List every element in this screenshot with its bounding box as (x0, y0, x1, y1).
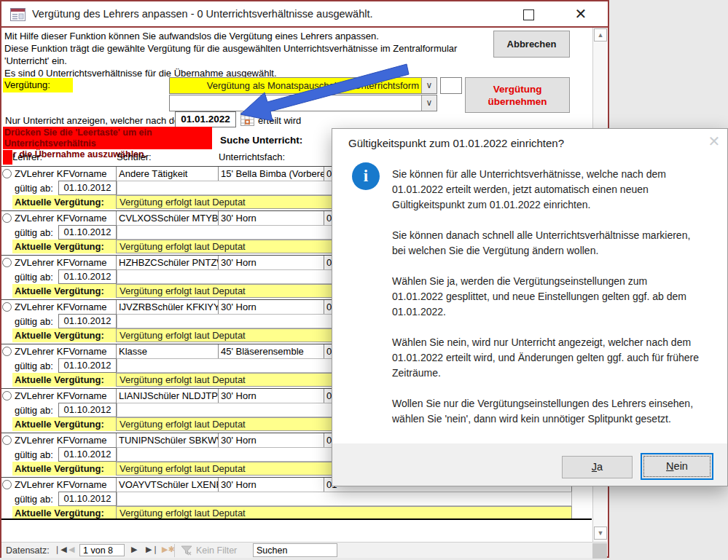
dialog-paragraph: Wählen Sie ja, werden die Vergütungseins… (392, 274, 701, 320)
suche-unterricht-label: Suche Unterricht: (220, 135, 302, 146)
cell-schueler: CVLXOSSchüler MTYBN (117, 211, 219, 226)
record-select-radio[interactable] (2, 302, 12, 312)
chevron-down-icon[interactable]: ∨ (421, 78, 437, 93)
abbrechen-button[interactable]: Abbrechen (493, 31, 570, 58)
gueltig-ab-label: gültig ab: (15, 405, 53, 416)
chevron-down-icon[interactable]: ∨ (421, 95, 437, 111)
navigator-divider (174, 544, 175, 557)
cell-schueler: LIANIJSchüler NLDJTPV (117, 389, 219, 403)
aktuelle-verguetung-label: Aktuelle Vergütung: (12, 328, 116, 342)
ja-button-label: Ja (563, 457, 632, 478)
nein-button[interactable]: Nein (641, 453, 713, 480)
warning-line: Drücken Sie die 'Leertaste' um ein Unter… (4, 127, 211, 149)
cell-lehrer: ZVLehrer KFVorname (12, 211, 117, 226)
next-record-icon[interactable]: ▶ (131, 545, 137, 554)
cell-unterrichtsfach: 15' Bella Bimba (Vorbere (219, 167, 324, 181)
intro-text: Diese Funktion trägt die gewählte Vergüt… (4, 43, 457, 54)
table-end-divider (1, 518, 592, 520)
scroll-up-icon[interactable]: ▲ (594, 28, 607, 42)
gueltig-ab-date-field[interactable]: 01.10.2012 (58, 225, 117, 240)
dialog-paragraph: Sie können danach schnell alle Unterrich… (392, 228, 701, 259)
intro-text: 'Unterricht' ein. (4, 55, 67, 66)
filter-date-label: Nur Unterricht anzeigen, welcher nach de… (5, 115, 187, 126)
gueltig-ab-date-field[interactable]: 01.10.2012 (58, 403, 117, 417)
cell-schueler: VOAYVTSchüler LXENF (117, 478, 219, 492)
cell-unterrichtsfach: 30' Horn (219, 478, 324, 492)
aktuelle-verguetung-label: Aktuelle Vergütung: (12, 284, 116, 298)
blue-annotation-arrow (219, 58, 423, 131)
gueltig-ab-row: gültig ab:01.10.2012 (1, 492, 592, 506)
aktuelle-verguetung-label: Aktuelle Vergütung: (12, 417, 116, 431)
search-input[interactable]: Suchen (253, 543, 337, 557)
aktuelle-verguetung-label: Aktuelle Vergütung: (12, 462, 116, 476)
last-record-icon[interactable]: ▶❘ (146, 545, 159, 554)
gueltig-ab-label: gültig ab: (15, 316, 53, 327)
aktuelle-verguetung-label: Aktuelle Vergütung: (12, 373, 116, 387)
cell-unterrichtsfach: 30' Horn (219, 300, 324, 315)
gueltig-ab-date-field[interactable]: 01.10.2012 (58, 492, 117, 506)
cell-unterrichtsfach: 30' Horn (219, 256, 324, 270)
form-icon (10, 8, 26, 21)
cell-schueler: Klasse (117, 344, 219, 359)
close-button[interactable]: ✕ (571, 4, 590, 23)
column-header-schueler: Schüler: (117, 151, 152, 162)
dialog-footer: Ja Nein (332, 443, 727, 486)
gueltig-ab-label: gültig ab: (15, 449, 53, 460)
cell-schueler: Andere Tätigkeit (117, 167, 219, 181)
cell-unterrichtsfach: 30' Horn (219, 433, 324, 448)
gueltig-ab-date-field[interactable]: 01.10.2012 (58, 314, 117, 328)
gueltigkeitspunkt-dialog: Gültigkeitspunkt zum 01.01.2022 einricht… (332, 128, 728, 486)
record-select-radio[interactable] (2, 391, 12, 401)
cell-lehrer: ZVLehrer KFVorname (12, 389, 117, 403)
record-select-radio[interactable] (2, 347, 12, 356)
record-position-field[interactable]: 1 von 8 (79, 544, 125, 556)
cell-schueler: TUNIPNSchüler SBKWV (117, 433, 219, 448)
filter-icon (181, 545, 192, 556)
gueltig-ab-date-field[interactable]: 01.10.2012 (58, 269, 117, 284)
red-marker-cell (3, 150, 12, 165)
ja-button[interactable]: Ja (562, 456, 633, 478)
gueltig-ab-label: gültig ab: (15, 360, 53, 371)
record-navigator: Datensatz: ❘◀ ◀ 1 von 8 ▶ ▶❘ ▶✱ Kein Fil… (1, 542, 607, 558)
column-header-fach: Unterrichtsfach: (219, 151, 285, 162)
gueltig-ab-date-field[interactable]: 01.10.2012 (58, 447, 117, 462)
verguetung-label: Vergütung: (3, 78, 73, 92)
info-icon: i (352, 162, 380, 190)
small-value-field[interactable] (440, 77, 462, 94)
cell-lehrer: ZVLehrer KFVorname (12, 433, 117, 448)
titlebar: Vergütung des Lehrers anpassen - 0 Unter… (1, 1, 608, 28)
gueltig-ab-label: gültig ab: (15, 494, 53, 505)
gueltig-ab-label: gültig ab: (15, 272, 53, 283)
scroll-down-icon[interactable]: ▼ (594, 527, 607, 540)
maximize-button[interactable] (523, 9, 534, 20)
kein-filter-label[interactable]: Kein Filter (196, 545, 237, 556)
spacebar-warning: Drücken Sie die 'Leertaste' um ein Unter… (3, 127, 212, 149)
record-select-radio[interactable] (2, 258, 12, 267)
record-select-radio[interactable] (2, 435, 12, 445)
cell-lehrer: ZVLehrer KFVorname (12, 167, 117, 181)
record-select-radio[interactable] (2, 480, 12, 489)
prev-record-icon[interactable]: ◀ (69, 545, 74, 554)
window-title: Vergütung des Lehrers anpassen - 0 Unter… (32, 8, 373, 20)
gueltig-ab-label: gültig ab: (15, 227, 53, 238)
gueltig-ab-date-field[interactable]: 01.10.2012 (58, 358, 117, 373)
navigator-corner (592, 543, 607, 559)
dialog-paragraph: Wollen Sie nur die Vergütungseinstellung… (392, 396, 701, 427)
datensatz-label: Datensatz: (6, 545, 50, 556)
cell-lehrer: ZVLehrer KFVorname (12, 344, 117, 359)
dialog-close-icon[interactable]: ✕ (704, 132, 724, 151)
nein-button-label: Nein (642, 454, 712, 478)
cell-unterrichtsfach: 45' Bläserensemble (219, 344, 324, 359)
new-record-icon[interactable]: ▶✱ (162, 545, 175, 554)
record-select-radio[interactable] (2, 213, 12, 223)
first-record-icon[interactable]: ❘◀ (54, 545, 67, 554)
button-label-line2: übernehmen (466, 95, 569, 108)
record-select-radio[interactable] (2, 169, 12, 178)
column-header-lehrer: Lehrer: (12, 151, 42, 162)
dialog-title: Gültigkeitspunkt zum 01.01.2022 einricht… (348, 137, 564, 149)
verguetung-uebernehmen-button[interactable]: Vergütung übernehmen (465, 77, 570, 113)
gueltig-ab-date-field[interactable]: 01.10.2012 (58, 181, 117, 195)
intro-text: Mit Hilfe dieser Funktion können Sie auf… (4, 31, 379, 42)
dialog-body: Sie können für alle Unterrichtsverhätnis… (392, 167, 701, 473)
gueltig-ab-label: gültig ab: (15, 183, 53, 194)
